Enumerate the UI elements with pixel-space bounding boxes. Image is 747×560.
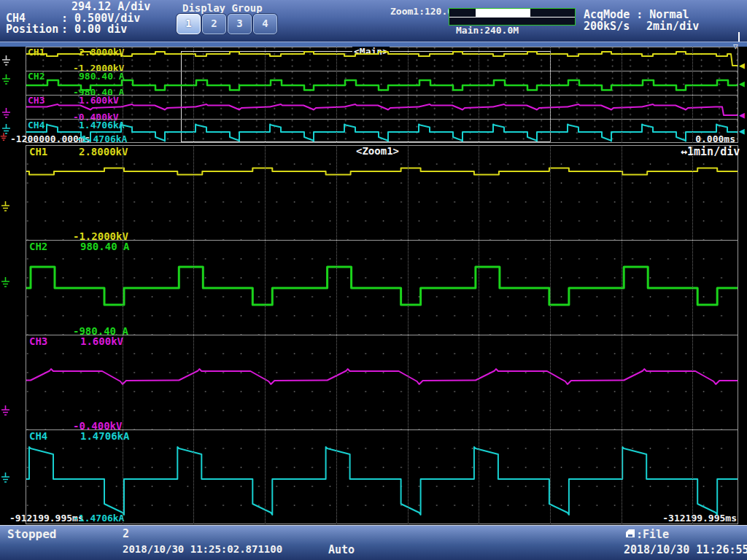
zoom-timebase-label: ↔1min/div <box>681 145 740 158</box>
ch1-ground-icon <box>1 55 11 66</box>
main-time-right: 0.000ms <box>695 134 735 144</box>
zoom-ch4-label: CH4 <box>29 431 47 441</box>
zoom-ch2-label: CH2 <box>29 241 47 252</box>
zoom-time-right: -312199.995ms <box>662 513 737 523</box>
ch3-ground-icon <box>1 108 11 119</box>
zoom-channel-divider <box>26 240 738 241</box>
trigger-mode: Auto <box>328 543 355 556</box>
display-group-button-4[interactable]: 4 <box>253 14 277 34</box>
zoom-bar-midline <box>449 17 575 18</box>
main-ch2-top-value: 980.40 A <box>79 71 125 81</box>
main-ch3-label: CH3 <box>28 96 44 105</box>
zoom-ch1-label: CH1 <box>29 147 47 157</box>
display-group-label: Display Group <box>182 2 263 14</box>
zoom-ch3-label: CH3 <box>29 336 47 346</box>
oscilloscope-screen: 294.12 A/div CH4 : 0.500V/div Position :… <box>0 0 747 560</box>
main-ch4-bottom-value: -1.4706kA <box>76 134 127 144</box>
display-group-button-3[interactable]: 3 <box>228 14 252 34</box>
main-channel-divider <box>26 71 738 71</box>
zoom-position-bar[interactable] <box>449 8 576 26</box>
main-ch4-label: CH4 <box>28 120 44 130</box>
main-ch1-label: CH1 <box>28 47 44 57</box>
acquisition-status: Stopped <box>7 527 56 541</box>
main-record-label: Main:240.0M <box>456 26 519 35</box>
timebase-readout: 2min/div <box>646 21 699 32</box>
zoom-ch1-top-value: 2.8000kV <box>79 147 128 157</box>
position-value: : 0.00 div <box>61 24 127 35</box>
ch4-trigger-level-icon <box>0 133 7 141</box>
zoom-region-segment[interactable] <box>476 9 530 17</box>
zoom-ch2-trigger-ground-icon <box>1 277 10 288</box>
zoom-ch3-ground-icon <box>1 405 10 416</box>
main-channel-divider <box>26 95 738 96</box>
main-channel-divider <box>26 119 738 120</box>
zoom-ch4-ground-icon <box>1 472 10 483</box>
zoom-window-title: <Zoom1> <box>355 146 400 156</box>
main-ch3-top-value: 1.600kV <box>79 96 119 105</box>
acquisition-datetime: 2018/10/30 11:25:02.871100 <box>123 543 282 555</box>
trigger-count: 2 <box>123 527 129 540</box>
ch2-position-marker-icon[interactable]: ◀ <box>739 79 745 88</box>
zoom-ch1-ground-icon <box>1 201 10 212</box>
ch2-trigger-ground-icon <box>1 74 11 85</box>
file-icon[interactable] <box>625 529 635 538</box>
file-datetime: 2018/10/30 11:26:55 <box>624 543 747 556</box>
acq-mode-readout: AcqMode : Normal <box>584 9 689 20</box>
ch1-position-marker-icon[interactable]: ◀ <box>739 61 745 70</box>
display-group-button-1[interactable]: 1 <box>177 14 201 34</box>
ch4-position-marker-icon[interactable]: ◀ <box>739 126 745 136</box>
zoom-channel-divider <box>26 429 738 430</box>
main-ch1-top-value: 2.8000kV <box>79 47 125 57</box>
ch3-position-marker-icon[interactable]: ◀ <box>739 110 745 120</box>
zoom-ch3-top-value: 1.600kV <box>80 336 123 346</box>
position-label: Position <box>6 24 58 35</box>
zoom-channel-divider <box>26 335 738 335</box>
display-group-button-2[interactable]: 2 <box>202 14 226 34</box>
main-ch4-top-value: 1.4706kA <box>79 120 125 130</box>
zoom-region-box[interactable] <box>181 51 551 142</box>
main-ch2-label: CH2 <box>28 71 44 81</box>
file-label[interactable]: :File <box>636 528 669 541</box>
sample-rate-readout: 200kS/s <box>584 21 630 32</box>
zoom-ch4-bottom-value: -1.4706kA <box>73 513 124 523</box>
main-window-title: <Main> <box>352 47 390 56</box>
vertical-scale-readout: 294.12 A/div <box>71 1 150 12</box>
trigger-marker-icon: ▽ <box>733 42 738 51</box>
trigger-position-tick <box>738 32 740 42</box>
